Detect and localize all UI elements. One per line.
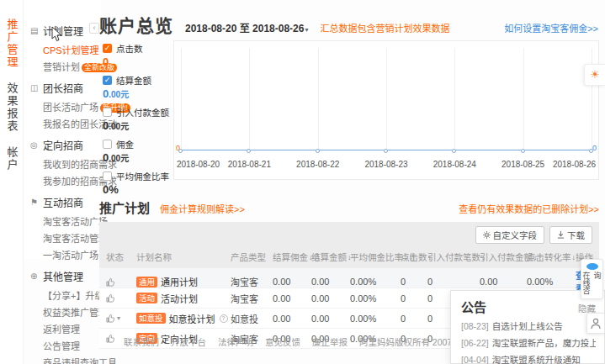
metric-checkbox[interactable]	[103, 171, 112, 181]
sidebar-item[interactable]: 团长活动广场新升级!	[30, 98, 101, 115]
footer-link[interactable]: 法律声明	[218, 335, 253, 348]
column-header-结算佣金[interactable]: 结算佣金↓?	[273, 251, 311, 263]
column-header-引入付款笔数[interactable]: 引入付款笔数↓	[427, 251, 480, 263]
metric-group: ✓结算金额0.00元	[103, 74, 173, 100]
announcement-title: 公告	[461, 298, 486, 315]
sidebar-section: ◎定向招商我收到的招商需求我参加的招商需求	[30, 138, 101, 189]
custom-fields-button[interactable]: 自定义字段	[475, 226, 545, 244]
chart-x-label: 2018-08-26	[553, 160, 596, 169]
chart-gridline	[181, 48, 182, 150]
online-consult-label: 在线咨询	[581, 272, 603, 298]
sidebar-item[interactable]: 一淘活动广场	[30, 246, 101, 263]
plan-type-badge: 如意投	[136, 313, 166, 324]
product-type-cell: 如意投	[231, 312, 273, 325]
announcement-item[interactable]: [04-04]淘宝联盟系统升级通知	[461, 353, 596, 364]
metric-checkbox[interactable]	[103, 108, 112, 117]
column-label: 点击转化率	[527, 251, 571, 263]
download-button[interactable]: 下载	[549, 226, 592, 244]
sidebar-item[interactable]: 我报名的团长活动	[30, 115, 101, 132]
sidebar-section: ◫团长招商团长活动广场新升级!我报名的团长活动	[30, 81, 101, 132]
column-header-引入付款金额[interactable]: 引入付款金额↓	[480, 251, 527, 263]
column-header-点击数[interactable]: 点击数↓	[401, 251, 427, 263]
vertical-tab-帐户[interactable]: 帐户	[6, 146, 18, 171]
sidebar-section-header[interactable]: ◎定向招商	[30, 138, 101, 152]
metric-group: 引入付款金额0.00元	[103, 106, 173, 132]
column-label: 状态	[106, 251, 124, 263]
feedback-lamp-widget[interactable]: ☀	[584, 64, 605, 86]
league-icon: ◫	[30, 83, 40, 92]
metric-toggle[interactable]: 引入付款金额	[103, 106, 173, 119]
chart-x-label: 2018-08-25	[502, 160, 544, 169]
gear-icon	[483, 231, 491, 239]
metric-toggle[interactable]: ✓点击数	[103, 42, 173, 55]
sidebar-item[interactable]: 【分享+】升级管理	[30, 287, 101, 303]
metric-checkbox[interactable]: ✓	[103, 76, 112, 85]
chat-bubble-icon	[586, 263, 598, 270]
announcement-date: [04-04]	[461, 355, 489, 364]
metric-checkbox[interactable]	[103, 140, 112, 149]
info-icon[interactable]: ?	[220, 314, 228, 323]
plan-name: 如意投计划	[169, 312, 215, 325]
sidebar-section-header[interactable]: ▤计划管理‹	[30, 24, 101, 38]
chart-data-point	[452, 149, 456, 153]
plan-name: 通用计划	[161, 275, 198, 288]
footer-link[interactable]: 意见反馈	[265, 335, 300, 348]
metric-toggle[interactable]: ✓结算金额	[103, 74, 173, 87]
sidebar-item[interactable]: 我参加的招商需求	[30, 172, 101, 189]
sidebar-section-header[interactable]: ⚑互动招商	[30, 195, 101, 209]
metric-toggle[interactable]: 佣金	[103, 138, 173, 150]
sidebar-item[interactable]: 商品违规查询工具	[30, 354, 101, 364]
footer-link[interactable]: 联系我们	[124, 335, 159, 348]
chart-x-label: 2018-08-23	[364, 160, 407, 169]
plan-status-cell[interactable]	[106, 293, 136, 303]
metric-list: ✓点击数0✓结算金额0.00元引入付款金额0.00元佣金0.00元平均佣金比率0…	[103, 42, 173, 202]
metric-value-cell: 0.00	[311, 314, 350, 324]
footer-link[interactable]: 开放平台	[171, 335, 206, 348]
sidebar-section: ⊕其他管理【分享+】升级管理权益类推广管理返利管理公告管理商品违规查询工具资质管…	[30, 269, 101, 364]
sidebar-item[interactable]: 返利管理	[30, 320, 101, 337]
metric-value: 0.00元	[103, 87, 173, 100]
target-icon: ◎	[30, 140, 40, 150]
plan-status-cell[interactable]	[106, 277, 136, 287]
announcement-item[interactable]: [06-22]淘宝联盟新产品，魔力投上线和...	[461, 336, 596, 349]
sidebar-item[interactable]: CPS计划管理	[30, 41, 101, 58]
sidebar-item[interactable]: 权益类推广管理	[30, 303, 101, 320]
commission-help-link[interactable]: 如何设置淘宝客佣金>>	[504, 21, 598, 34]
date-range-selector[interactable]: 2018-08-20 至 2018-08-26▾	[185, 20, 308, 34]
vertical-tab-推广管理[interactable]: 推广管理	[6, 18, 18, 69]
vertical-tab-效果报表[interactable]: 效果报表	[6, 82, 18, 133]
sidebar-item[interactable]: 公告管理	[30, 337, 101, 354]
commission-rule-link[interactable]: 佣金计算规则解读>>	[160, 202, 245, 215]
deleted-plans-link[interactable]: 查看仍有效果数据的已删除计划>>	[459, 202, 599, 215]
sidebar-item[interactable]: 我收到的招商需求	[30, 156, 101, 172]
metric-value-cell: 0	[401, 314, 427, 324]
column-header-结算金额[interactable]: 结算金额↓	[311, 251, 350, 263]
footer-link[interactable]: 廉正举报	[312, 335, 348, 348]
overview-chart: 0 0 2018-08-202018-08-212018-08-222018-0…	[173, 40, 599, 180]
column-header-平均佣金比率[interactable]: 平均佣金比率↓?	[350, 251, 401, 263]
chart-x-label: 2018-08-24	[433, 160, 476, 169]
plan-name: 活动计划	[161, 292, 198, 305]
chart-data-point	[316, 149, 320, 153]
online-consult-widget[interactable]: 在线咨询	[581, 259, 603, 299]
column-header-点击转化率[interactable]: 点击转化率↓	[527, 251, 576, 263]
sidebar-item[interactable]: 淘宝客活动广场	[30, 213, 101, 229]
sidebar-section-header[interactable]: ◫团长招商	[30, 81, 101, 95]
thumb-up-icon	[106, 277, 115, 287]
metric-value-cell: 0.00%	[350, 293, 401, 303]
sidebar-collapse-button[interactable]: ‹	[89, 23, 99, 34]
sidebar-item[interactable]: 淘宝客活动管理	[30, 229, 101, 246]
expand-caret-icon[interactable]: ▾	[117, 314, 120, 322]
sidebar-item[interactable]: 营销计划全新改版	[30, 58, 101, 75]
metric-value-cell: 0.00	[311, 277, 350, 287]
sidebar-section-header[interactable]: ⊕其他管理	[30, 269, 101, 283]
chart-data-point	[521, 149, 525, 153]
metric-checkbox[interactable]: ✓	[103, 44, 112, 53]
metric-toggle[interactable]: 平均佣金比率	[103, 170, 173, 182]
announcement-item[interactable]: [08-23]自选计划上线公告	[461, 319, 596, 332]
chart-plot-area	[181, 48, 592, 149]
chart-data-point	[384, 149, 388, 153]
plan-status-cell[interactable]: ▾	[106, 314, 136, 323]
contact-service-widget[interactable]	[586, 313, 605, 334]
announcement-date: [06-22]	[461, 338, 489, 348]
